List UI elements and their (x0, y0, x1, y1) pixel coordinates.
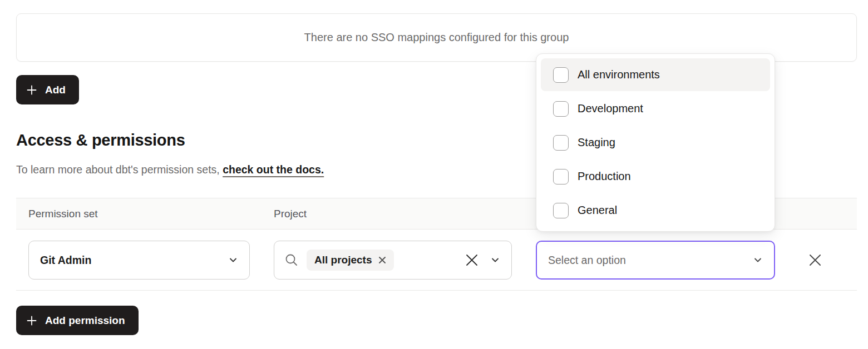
dropdown-option-general[interactable]: General (541, 194, 770, 227)
permission-set-select[interactable]: Git Admin (28, 241, 250, 280)
remove-permission-row-button[interactable] (806, 251, 825, 270)
plus-icon (26, 315, 37, 326)
close-icon (808, 253, 822, 267)
checkbox-unchecked[interactable] (553, 203, 569, 218)
add-permission-button-label: Add permission (45, 315, 125, 327)
dropdown-option-production[interactable]: Production (541, 160, 770, 193)
dropdown-option-label: Staging (578, 136, 615, 149)
project-chip: All projects (307, 250, 394, 271)
dropdown-option-all-environments[interactable]: All environments (541, 58, 770, 91)
checkbox-unchecked[interactable] (553, 67, 569, 83)
dropdown-option-label: Development (578, 102, 643, 115)
sso-empty-message: There are no SSO mappings configured for… (304, 31, 569, 44)
dropdown-option-development[interactable]: Development (541, 92, 770, 125)
permission-set-value: Git Admin (40, 254, 91, 267)
docs-link[interactable]: check out the docs. (223, 163, 324, 176)
section-subtitle: To learn more about dbt's permission set… (16, 163, 324, 176)
environment-dropdown-menu: All environments Development Staging Pro… (536, 53, 775, 232)
project-chip-label: All projects (314, 254, 372, 266)
dropdown-option-label: Production (578, 170, 631, 183)
add-permission-button[interactable]: Add permission (16, 306, 139, 335)
plus-icon (26, 84, 37, 96)
search-icon (284, 253, 299, 267)
dropdown-option-staging[interactable]: Staging (541, 126, 770, 159)
checkbox-unchecked[interactable] (553, 135, 569, 151)
chip-remove-icon[interactable] (378, 256, 386, 264)
chevron-down-icon[interactable] (490, 255, 500, 265)
group-settings-page: There are no SSO mappings configured for… (0, 0, 868, 349)
chevron-down-icon (753, 255, 763, 265)
add-button-label: Add (45, 84, 66, 96)
column-header-project: Project (274, 198, 307, 229)
environment-select[interactable]: Select an option (536, 241, 775, 280)
clear-selection-icon[interactable] (465, 253, 479, 267)
checkbox-unchecked[interactable] (553, 101, 569, 117)
column-header-permission-set: Permission set (28, 198, 98, 229)
dropdown-option-label: General (578, 204, 617, 217)
dropdown-option-label: All environments (578, 68, 660, 81)
subtitle-text: To learn more about dbt's permission set… (16, 163, 223, 176)
project-multiselect[interactable]: All projects (274, 241, 512, 280)
add-sso-mapping-button[interactable]: Add (16, 75, 79, 104)
chevron-down-icon (228, 255, 238, 265)
page-title: Access & permissions (16, 131, 185, 149)
environment-select-placeholder: Select an option (548, 254, 626, 267)
checkbox-unchecked[interactable] (553, 169, 569, 185)
